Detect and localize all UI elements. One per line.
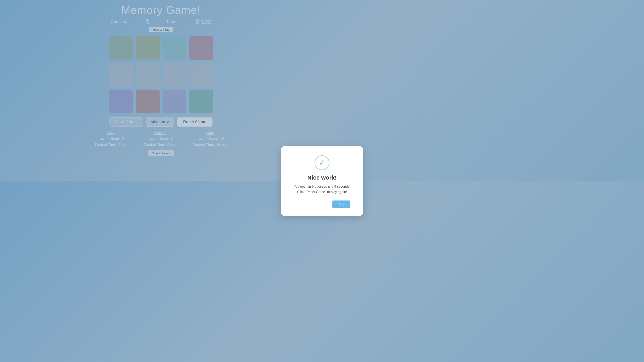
check-circle: ✓	[314, 155, 322, 170]
success-modal: ✓ Nice work! You got it in 9 guesses and…	[281, 146, 322, 181]
modal-overlay: ✓ Nice work! You got it in 9 guesses and…	[0, 0, 322, 181]
modal-title: Nice work!	[294, 174, 322, 181]
checkmark-icon: ✓	[319, 159, 322, 166]
